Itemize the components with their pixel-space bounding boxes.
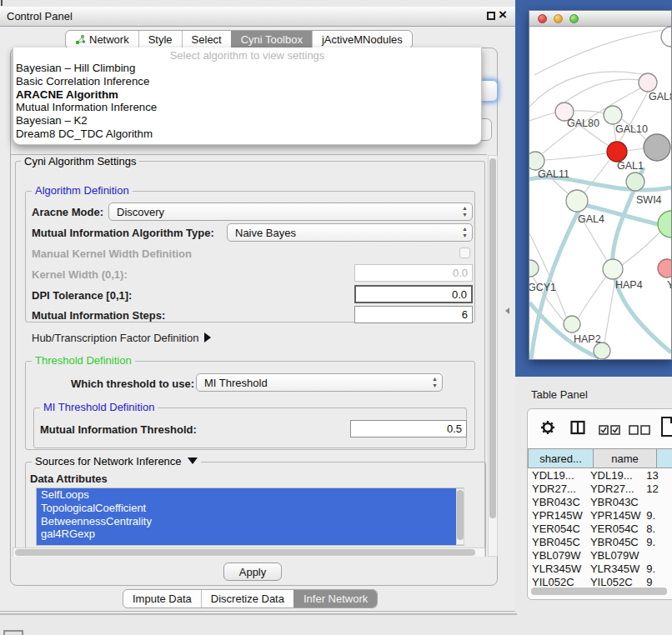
screenshot-root: Control Panel × Network Style Select Cyn… [0,0,672,635]
mi-steps-label: Mutual Information Steps: [32,309,165,322]
mi-steps-field[interactable]: 6 [354,306,473,323]
dpi-tolerance-field[interactable]: 0.0 [354,285,473,303]
checked-checkboxes-icon[interactable] [599,423,620,438]
control-panel-title: Control Panel [7,10,73,22]
mi-threshold-group-title: MI Threshold Definition [40,402,158,413]
manual-kernel-checkbox[interactable] [459,248,470,258]
bottom-divider [0,613,517,615]
dropdown-item[interactable]: Dream8 DC_TDC Algorithm [13,128,481,141]
node-hap4[interactable] [603,259,623,279]
node-label: SWI4 [636,194,662,206]
table-row[interactable]: YBR043CYBR043C [528,496,672,509]
control-panel-titlebar[interactable]: Control Panel [0,7,517,27]
algorithm-dropdown-popup: Select algorithm to view settings Bayesi… [13,48,482,145]
document-icon[interactable] [660,417,672,440]
node-label: Y [667,279,671,291]
dropdown-item[interactable]: Bayesian – K2 [13,114,481,128]
table-row[interactable]: YBR045CYBR045C9. [528,536,672,549]
column-header-shared-name[interactable]: shared... [528,448,594,468]
table-row[interactable]: YDR27...YDR27...12 [528,482,672,496]
node-gray[interactable] [644,134,670,161]
dropdown-item[interactable]: Basic Correlation Inference [13,75,481,88]
node-label: GAL8 [649,91,671,102]
list-item[interactable]: BetweennessCentrality [37,515,464,528]
network-view-window[interactable]: GAL8 GAL80 GAL10 GAL1 GAL11 SWI4 GAL4 HA… [529,10,672,360]
node-gal11[interactable] [529,152,544,170]
network-canvas[interactable]: GAL8 GAL80 GAL10 GAL1 GAL11 SWI4 GAL4 HA… [529,27,671,360]
unchecked-checkboxes-icon[interactable] [629,423,650,438]
float-icon[interactable] [487,12,495,20]
cyni-bottom-tab-bar: Impute Data Discretize Data Infer Networ… [123,589,378,608]
node-gal1-red[interactable] [607,142,627,162]
table-row[interactable]: YBL079WYBL079W [528,549,672,562]
aracne-mode-combobox[interactable]: Discovery ▲▼ [108,202,473,221]
zoom-traffic-light-icon[interactable] [569,14,579,23]
settings-hscrollbar-thumb[interactable] [15,549,475,556]
settings-vscrollbar-thumb[interactable] [489,158,496,518]
network-window-titlebar[interactable] [529,11,671,27]
mi-threshold-field[interactable]: 0.5 [350,420,467,438]
node-label: GCY1 [529,282,556,293]
data-attributes-label: Data Attributes [30,472,108,485]
tab-impute-data[interactable]: Impute Data [123,590,201,608]
tab-network-label: Network [89,33,129,46]
table-row[interactable]: YLR345WYLR345W9. [528,562,672,576]
node-big-green[interactable] [658,211,671,238]
close-traffic-light-icon[interactable] [538,14,547,23]
hub-section-toggle[interactable]: Hub/Transcription Factor Definition [32,332,211,344]
node-gal10[interactable] [604,106,622,124]
dropdown-item-selected[interactable]: ARACNE Algorithm [13,88,481,102]
tab-network[interactable]: Network [66,31,138,48]
bottom-left-widget-partial[interactable] [3,630,23,635]
attributes-scrollbar-thumb[interactable] [457,490,464,540]
tab-infer-network[interactable]: Infer Network [293,590,377,608]
node-gal4[interactable] [566,190,588,212]
dpi-tolerance-label: DPI Tolerance [0,1]: [32,289,132,302]
list-item[interactable]: TopologicalCoefficient [37,502,464,515]
node-hap2[interactable] [564,316,580,332]
which-threshold-combobox[interactable]: MI Threshold ▲▼ [196,373,443,392]
gear-icon[interactable] [540,420,555,438]
algorithm-definition-title: Algorithm Definition [32,185,133,197]
apply-button[interactable]: Apply [223,562,282,581]
mi-type-combobox[interactable]: Naive Bayes ▲▼ [227,223,473,242]
aracne-mode-value: Discovery [117,206,164,218]
node-swi4[interactable] [626,172,644,191]
tab-select[interactable]: Select [182,31,231,48]
network-nodes [529,27,671,359]
tab-style[interactable]: Style [138,31,182,48]
table-row[interactable]: YER054CYER054C8. [528,522,672,536]
close-icon[interactable]: × [499,7,507,23]
node-label: GAL4 [578,213,604,225]
table-row[interactable]: YDL19...YDL19...13 [528,469,672,482]
tab-jactivemnodules[interactable]: jActiveMNodules [312,31,412,48]
table-row-partial[interactable]: YIL052CYIL052C9 [528,576,672,587]
desktop-corner-mark [1,0,3,6]
algorithm-combobox-fragment[interactable] [482,80,498,102]
list-item-partial [37,541,464,546]
list-item[interactable]: SelfLoops [37,488,464,502]
splitter-grip[interactable] [505,308,509,314]
node-partial-bottom[interactable] [594,342,610,359]
list-item[interactable]: gal4RGexp [37,528,464,541]
sources-toggle[interactable]: Sources for Network Inference [32,456,201,468]
kernel-width-field[interactable]: 0.0 [354,264,473,282]
column-header-name[interactable]: name [594,448,657,468]
node-label: HAP4 [615,279,643,291]
node-gal8[interactable] [639,73,657,92]
split-columns-icon[interactable] [570,420,585,438]
column-header-partial[interactable]: A [657,448,672,468]
tab-discretize-data[interactable]: Discretize Data [201,590,293,608]
node-gcy1[interactable] [529,260,539,277]
tab-cyni-toolbox[interactable]: Cyni Toolbox [231,31,312,48]
data-attributes-list[interactable]: SelfLoops TopologicalCoefficient Between… [36,488,464,546]
dropdown-item[interactable]: Bayesian – Hill Climbing [13,62,481,75]
dropdown-item[interactable]: Mutual Information Inference [13,101,481,114]
table-row[interactable]: YPR145WYPR145W9. [528,509,672,522]
minimize-traffic-light-icon[interactable] [554,14,563,23]
node-salmon[interactable] [658,259,671,278]
collapsed-arrow-icon [204,332,211,342]
table-hscrollbar-thumb[interactable] [531,588,667,595]
table-panel-title: Table Panel [531,388,588,401]
node-label: GAL1 [617,160,644,172]
